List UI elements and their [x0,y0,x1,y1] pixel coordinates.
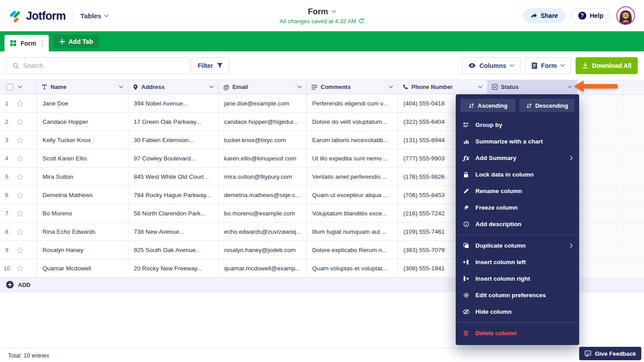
jotform-logo[interactable]: Jotform [9,9,66,22]
cell-email[interactable]: tucker.knox@tixyc.com [219,131,307,149]
search-input[interactable] [23,62,184,69]
menu-item-insert-column-left[interactable]: Insert column left [456,254,579,270]
column-header-phone-number[interactable]: Phone Number [398,80,487,94]
chevron-down-icon[interactable] [297,85,302,88]
sort-descending-button[interactable]: Descending [519,99,575,112]
star-icon[interactable] [17,210,24,217]
cell-address[interactable]: 17 Green Oak Parkway... [128,113,219,130]
menu-item-insert-column-right[interactable]: Insert column right [456,270,579,287]
cell-name[interactable]: Rina Echo Edwards [37,223,128,240]
column-header-comments[interactable]: Comments [307,80,398,94]
star-icon[interactable] [17,247,24,253]
cell-comments[interactable]: Dolore explicabo Rerum n... [307,241,398,259]
add-tab-button[interactable]: Add Tab [53,35,99,48]
avatar[interactable] [616,6,635,25]
star-icon[interactable] [17,118,24,125]
cell-address[interactable]: 784 Rocky Hague Parkway... [128,186,219,204]
cell-address[interactable]: 738 New Avenue... [128,223,219,240]
cell-email[interactable]: rosalyn.haney@jodeb.com [219,241,307,259]
cell-comments[interactable]: Voluptatum blanditiis exce... [307,204,398,222]
star-icon[interactable] [17,155,24,162]
select-all-checkbox[interactable] [6,84,13,91]
form-view-button[interactable]: Form [525,57,571,74]
cell-address[interactable]: 97 Cowley Boulevard... [128,149,219,167]
star-icon[interactable] [17,173,24,180]
chevron-down-icon[interactable] [478,85,483,88]
cell-email[interactable]: karen.ellis@kinupesof.com [219,149,307,167]
cell-comments[interactable]: Perferendis eligendi cum v... [307,94,398,112]
chart-icon [462,139,470,144]
chevron-down-icon[interactable] [119,85,123,88]
cell-name[interactable]: Scott Karen Ellis [37,149,128,167]
tab-form[interactable]: Form [4,35,49,51]
row-number: 4 [0,155,13,162]
cell-address[interactable]: 845 West White Old Court... [128,168,219,185]
cell-email[interactable]: mira.sutton@fitypury.com [219,168,307,185]
cell-name[interactable]: Kelly Tucker Knox [37,131,128,149]
add-circle-icon [6,281,14,289]
star-icon[interactable] [17,192,24,198]
chevron-down-icon[interactable] [18,85,22,88]
share-button[interactable]: Share [523,8,565,23]
menu-item-delete-column[interactable]: Delete column [456,325,579,341]
cell-name[interactable]: Quamar Mcdowell [37,259,128,277]
columns-button[interactable]: Columns [462,57,521,74]
chevron-down-icon[interactable] [568,85,572,88]
cell-address[interactable]: 925 South Oak Avenue... [128,241,219,259]
cell-comments[interactable]: Ut illo expedita sunt nemo ... [307,149,398,167]
cell-address[interactable]: 394 Nobel Avenue... [128,94,219,112]
menu-item-rename-column[interactable]: Rename column [456,183,579,199]
column-header-name[interactable]: Name [37,80,128,94]
chevron-down-icon [104,14,109,17]
product-switcher-tables[interactable]: Tables [80,12,109,20]
menu-item-duplicate-column[interactable]: Duplicate column [456,237,579,254]
menu-item-add-description[interactable]: Add description [456,216,579,232]
cell-email[interactable]: demetria.mathews@siqe.c... [219,186,307,204]
cell-address[interactable]: 20 Rocky New Freeway... [128,259,219,277]
cell-name[interactable]: Bo Moreno [37,204,128,222]
cell-comments[interactable]: Earum laboris necessitatib... [307,131,398,149]
menu-item-edit-column-preferences[interactable]: Edit column preferences [456,287,579,303]
help-button[interactable]: ? Help [571,8,611,23]
cell-email[interactable]: quamar.mcdowell@examp... [219,259,307,277]
cell-email[interactable]: bo.moreno@example.com [219,204,307,222]
cell-comments[interactable]: Dolore do velit voluptatum... [307,113,398,130]
cell-comments[interactable]: Quam voluptas et voluptat... [307,259,398,277]
cell-address[interactable]: 30 Fabien Extension... [128,131,219,149]
sheet-title[interactable]: Form [280,7,364,17]
cell-comments[interactable]: Veritatis amet perferendis ... [307,168,398,185]
cell-name[interactable]: Jane Doe [37,94,128,112]
cell-name[interactable]: Mira Sutton [37,168,128,185]
menu-item-freeze-column[interactable]: Freeze column [456,199,579,216]
cell-name[interactable]: Candace Hopper [37,113,128,130]
give-feedback-button[interactable]: Give Feedback [579,347,641,360]
star-icon[interactable] [17,265,24,272]
menu-item-lock-data-in-column[interactable]: Lock data in column [456,166,579,183]
star-icon[interactable] [17,100,24,107]
sort-ascending-button[interactable]: Ascending [460,99,516,112]
chevron-down-icon[interactable] [389,85,393,88]
cell-email[interactable]: jane.doe@example.com [219,94,307,112]
column-header-status[interactable]: Status [487,80,577,94]
cell-email[interactable]: candace.hopper@higedur... [219,113,307,130]
tab-options-icon[interactable] [42,40,43,47]
search-icon [12,62,19,69]
cell-comments[interactable]: Quam ut excepteur aliqua ... [307,186,398,204]
column-header-email[interactable]: @Email [219,80,307,94]
refresh-icon[interactable] [359,18,364,24]
menu-item-hide-column[interactable]: Hide column [456,303,579,320]
cell-email[interactable]: echo.edwards@zuvizawoq... [219,223,307,240]
cell-name[interactable]: Demetria Mathews [37,186,128,204]
cell-name[interactable]: Rosalyn Haney [37,241,128,259]
star-icon[interactable] [17,137,24,143]
filter-button[interactable]: Filter [191,57,229,74]
star-icon[interactable] [17,228,24,235]
cell-address[interactable]: 58 North Clarendon Park... [128,204,219,222]
column-header-address[interactable]: Address [128,80,219,94]
menu-item-group-by[interactable]: Group by [456,117,579,133]
cell-comments[interactable]: Illum fugiat numquam aut ... [307,223,398,240]
menu-item-summarize-with-a-chart[interactable]: Summarize with a chart [456,133,579,150]
download-all-button[interactable]: Download All [576,57,638,74]
chevron-down-icon[interactable] [209,85,214,88]
menu-item-add-summary[interactable]: ƒxAdd Summary [456,150,579,166]
